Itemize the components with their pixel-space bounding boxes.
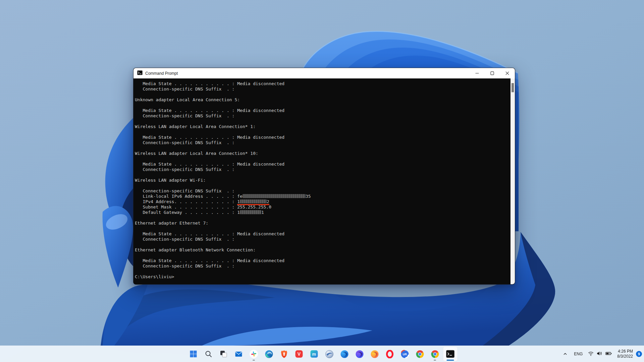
taskbar-mail-icon[interactable] bbox=[232, 347, 246, 361]
tray-time: 4:26 PM bbox=[617, 349, 633, 354]
console-line: Wireless LAN adapter Wi-Fi: bbox=[135, 178, 509, 183]
taskbar-firefox-nightly-icon[interactable] bbox=[353, 347, 367, 361]
console-line bbox=[135, 242, 509, 247]
taskbar-edge-icon[interactable] bbox=[262, 347, 276, 361]
command-prompt-icon bbox=[137, 70, 143, 77]
console-line: Ethernet adapter Ethernet 7: bbox=[135, 221, 509, 226]
console-line bbox=[135, 156, 509, 162]
taskbar-chrome-2-icon[interactable] bbox=[428, 347, 442, 361]
taskbar-slack-icon[interactable] bbox=[247, 347, 261, 361]
running-app-indicator bbox=[434, 360, 436, 361]
notification-badge[interactable]: 9 bbox=[636, 351, 642, 357]
window-titlebar[interactable]: Command Prompt bbox=[133, 68, 515, 78]
window-title: Command Prompt bbox=[145, 71, 178, 76]
console-line: Connection-specific DNS Suffix . : bbox=[135, 86, 509, 92]
console-line: Connection-specific DNS Suffix . : bbox=[135, 167, 509, 172]
redacted-value: 11 bbox=[237, 210, 264, 215]
window-controls bbox=[470, 68, 515, 78]
console-line: Subnet Mask . . . . . . . . . . . : 255.… bbox=[135, 204, 509, 210]
taskbar-vivaldi-icon[interactable]: V bbox=[292, 347, 306, 361]
maximize-button[interactable] bbox=[485, 68, 500, 78]
console-line bbox=[135, 92, 509, 97]
console-line: Media State . . . . . . . . . . . : Medi… bbox=[135, 258, 509, 263]
console-line bbox=[135, 253, 509, 258]
svg-text:UR: UR bbox=[402, 353, 407, 356]
command-prompt-window: Command Prompt Media State . . . . . . .… bbox=[133, 68, 515, 285]
redaction-box bbox=[243, 194, 306, 198]
close-button[interactable] bbox=[500, 68, 515, 78]
redaction-box bbox=[240, 210, 261, 214]
console-line bbox=[135, 129, 509, 135]
console-line bbox=[135, 215, 509, 221]
svg-text:V: V bbox=[298, 351, 301, 357]
hidden-icons-chevron-icon[interactable] bbox=[561, 349, 570, 359]
language-indicator[interactable]: ENG bbox=[573, 352, 584, 356]
clock[interactable]: 4:26 PM 8/3/2022 bbox=[616, 349, 633, 359]
console-scrollbar[interactable] bbox=[511, 78, 515, 284]
console-line: Media State . . . . . . . . . . . : Medi… bbox=[135, 81, 509, 86]
redaction-box bbox=[240, 199, 267, 203]
console-line: Media State . . . . . . . . . . . : Medi… bbox=[135, 162, 509, 167]
quick-settings[interactable] bbox=[587, 350, 613, 358]
taskbar-search-icon[interactable] bbox=[202, 347, 216, 361]
console-line: Media State . . . . . . . . . . . : Medi… bbox=[135, 108, 509, 113]
taskbar-firefox-icon[interactable] bbox=[337, 347, 352, 361]
taskbar-seamonkey-icon[interactable] bbox=[322, 347, 336, 361]
taskbar-start-icon[interactable] bbox=[186, 347, 201, 361]
console-line bbox=[135, 269, 509, 274]
active-app-indicator bbox=[447, 360, 454, 361]
console-line: Connection-specific DNS Suffix . : bbox=[135, 113, 509, 119]
system-tray: ENG bbox=[561, 346, 642, 362]
taskbar-maxthon-icon[interactable]: m bbox=[307, 347, 321, 361]
console-line: Connection-specific DNS Suffix . : bbox=[135, 237, 509, 242]
taskbar-chrome-icon[interactable] bbox=[413, 347, 427, 361]
console-line: Ethernet adapter Bluetooth Network Conne… bbox=[135, 247, 509, 253]
desktop: Command Prompt Media State . . . . . . .… bbox=[0, 0, 644, 362]
console-lines: Media State . . . . . . . . . . . : Medi… bbox=[135, 81, 509, 283]
wifi-icon bbox=[588, 350, 594, 358]
console-line bbox=[135, 226, 509, 231]
taskbar-apps: VmUR bbox=[186, 346, 458, 362]
scrollbar-thumb[interactable] bbox=[512, 83, 514, 92]
redacted-value: fe35 bbox=[237, 194, 311, 199]
taskbar-brave-icon[interactable] bbox=[277, 347, 291, 361]
minimize-button[interactable] bbox=[470, 68, 485, 78]
battery-charging-icon bbox=[605, 350, 612, 358]
console-line: Default Gateway . . . . . . . . . : 11 bbox=[135, 210, 509, 215]
console-line bbox=[135, 145, 509, 151]
svg-text:m: m bbox=[312, 352, 316, 357]
taskbar-opera-icon[interactable] bbox=[383, 347, 397, 361]
console-line bbox=[135, 183, 509, 188]
console-line: Link-local IPv6 Address . . . . . : fe35 bbox=[135, 194, 509, 199]
taskbar: VmUR ENG bbox=[0, 346, 644, 362]
console-line: Wireless LAN adapter Local Area Connecti… bbox=[135, 124, 509, 129]
console-line bbox=[135, 103, 509, 108]
taskbar-task-view-icon[interactable] bbox=[217, 347, 231, 361]
console-output[interactable]: Media State . . . . . . . . . . . : Medi… bbox=[133, 78, 515, 284]
taskbar-ur-browser-icon[interactable]: UR bbox=[398, 347, 412, 361]
console-line bbox=[135, 119, 509, 124]
console-line: Wireless LAN adapter Local Area Connecti… bbox=[135, 151, 509, 156]
console-line: Connection-specific DNS Suffix . : bbox=[135, 188, 509, 194]
console-line: Unknown adapter Local Area Connection 5: bbox=[135, 97, 509, 103]
console-line: C:\Users\liviu> bbox=[135, 274, 509, 280]
console-line bbox=[135, 172, 509, 178]
taskbar-command-prompt-icon[interactable] bbox=[443, 347, 458, 361]
console-line: Media State . . . . . . . . . . . : Medi… bbox=[135, 231, 509, 237]
running-app-indicator bbox=[253, 360, 255, 361]
console-line: Connection-specific DNS Suffix . : bbox=[135, 263, 509, 269]
console-line: Media State . . . . . . . . . . . : Medi… bbox=[135, 135, 509, 140]
tray-date: 8/3/2022 bbox=[617, 354, 633, 359]
volume-icon bbox=[596, 350, 603, 358]
console-line: Connection-specific DNS Suffix . : bbox=[135, 140, 509, 145]
console-line: IPv4 Address. . . . . . . . . . . : 12 bbox=[135, 199, 509, 204]
taskbar-firefox-developer-icon[interactable] bbox=[368, 347, 382, 361]
